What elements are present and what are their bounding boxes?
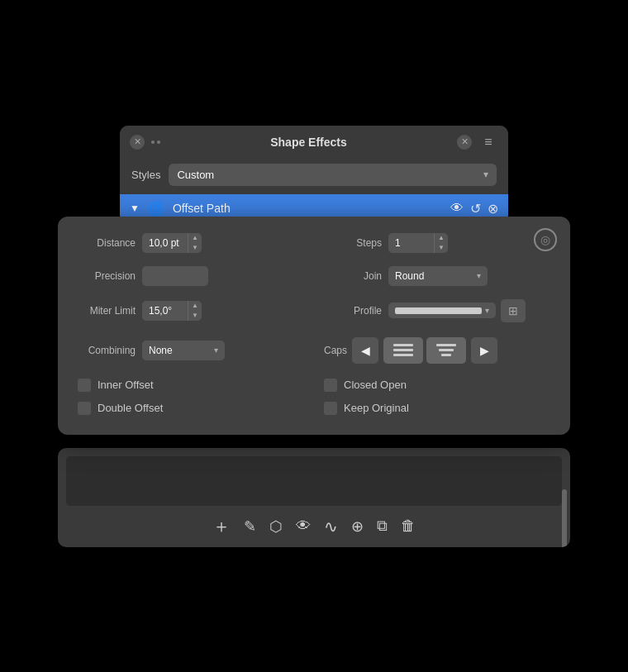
profile-settings-button[interactable]: ⊞ [501,299,526,322]
steps-down-arrow[interactable]: ▼ [435,243,448,253]
combining-label: Combining [78,345,136,356]
duplicate-icon: ⧉ [377,517,388,535]
steps-label: Steps [324,237,382,249]
double-offset-row: Double Offset [78,402,304,415]
caps-style-1-button[interactable] [383,337,423,364]
distance-stepper[interactable]: 10,0 pt ▲ ▼ [142,233,202,253]
profile-bar-input[interactable]: ▾ [388,303,496,318]
caps-style-2-button[interactable] [426,337,466,364]
keep-original-checkbox[interactable] [324,402,337,415]
menu-button[interactable]: ≡ [478,134,498,150]
edit-icon: ✎ [244,517,256,536]
distance-down-arrow[interactable]: ▼ [188,243,202,253]
miter-limit-field-row: Miter Limit 15,0° ▲ ▼ [78,299,304,322]
delete-icon: 🗑 [401,517,416,535]
steps-field-row: Steps 1 ▲ ▼ [324,233,550,253]
close-x-button[interactable]: ✕ [457,135,472,150]
precision-label: Precision [78,270,136,282]
styles-label: Styles [131,169,160,181]
close-button[interactable]: ✕ [130,135,145,150]
bottom-panel: ＋ ✎ ⬡ 👁 ∿ ⊕ ⧉ 🗑 [58,448,570,547]
caps-label: Caps [324,345,347,356]
closed-open-row: Closed Open [324,379,550,392]
miter-limit-arrows: ▲ ▼ [188,301,202,321]
styles-dropdown[interactable]: Custom ▾ [169,164,497,186]
cap-style-2-icon [436,344,456,356]
add-layer-icon: ⊕ [351,517,364,536]
closed-open-label: Closed Open [344,379,407,391]
keep-original-row: Keep Original [324,402,550,415]
toolbar: ＋ ✎ ⬡ 👁 ∿ ⊕ ⧉ 🗑 [58,506,570,547]
eye-toolbar-icon: 👁 [296,517,311,535]
remove-icon: ⊗ [488,202,498,216]
cap-style-1-icon [393,344,413,356]
combining-value: None [149,345,211,356]
distance-up-arrow[interactable]: ▲ [188,233,202,243]
panel-title: Shape Effects [167,136,450,149]
delete-button[interactable]: 🗑 [401,517,416,535]
checkboxes-section: Inner Offset Closed Open Double Offset K… [78,379,550,415]
inner-offset-checkbox[interactable] [78,379,91,392]
drag-handle [151,141,160,144]
precision-input[interactable]: 0,5 pt [142,266,208,286]
add-layer-button[interactable]: ⊕ [351,517,364,536]
distance-value: 10,0 pt [142,233,188,253]
distance-label: Distance [78,237,136,249]
menu-icon: ≡ [484,135,492,150]
inner-offset-label: Inner Offset [98,379,154,391]
join-dropdown[interactable]: Round ▾ [388,266,488,286]
combining-arrow-icon: ▾ [214,346,218,355]
distance-arrows: ▲ ▼ [188,233,202,253]
content-area [66,456,562,506]
profile-label: Profile [324,305,382,317]
miter-limit-stepper[interactable]: 15,0° ▲ ▼ [142,301,202,321]
nodes-icon: ⬡ [269,517,283,536]
caps-right-button[interactable]: ▶ [471,337,497,364]
profile-bar [395,307,482,314]
settings-panel: ◎ Distance 10,0 pt ▲ ▼ Steps 1 [58,217,570,435]
duplicate-button[interactable]: ⧉ [377,517,388,535]
visibility-toggle-button[interactable]: 👁 [450,201,464,216]
steps-up-arrow[interactable]: ▲ [435,233,448,243]
inner-offset-row: Inner Offset [78,379,304,392]
target-icon: ◎ [540,233,550,246]
caps-left-button[interactable]: ◀ [352,337,378,364]
target-button[interactable]: ◎ [534,228,557,251]
add-icon: ＋ [212,514,231,539]
join-value: Round [395,270,473,282]
profile-controls: ▾ ⊞ [388,299,526,322]
add-effect-button[interactable]: ＋ [212,514,231,539]
miter-limit-label: Miter Limit [78,305,136,317]
miter-limit-down-arrow[interactable]: ▼ [188,311,202,321]
expand-arrow-icon: ▼ [130,203,140,214]
keep-original-label: Keep Original [344,402,409,414]
remove-button[interactable]: ⊗ [488,201,498,217]
double-offset-checkbox[interactable] [78,402,91,415]
steps-value: 1 [388,233,434,253]
closed-open-checkbox[interactable] [324,379,337,392]
steps-stepper[interactable]: 1 ▲ ▼ [388,233,448,253]
curve-button[interactable]: ∿ [324,517,338,536]
scrollbar[interactable] [562,489,567,547]
sliders-icon: ⊞ [508,304,518,317]
join-label: Join [324,270,382,282]
combining-field-row: Combining None ▾ [78,337,304,364]
nodes-button[interactable]: ⬡ [269,517,283,536]
eye-icon: 👁 [450,201,464,215]
styles-value: Custom [177,169,214,181]
miter-limit-value: 15,0° [142,301,188,321]
profile-field-row: Profile ▾ ⊞ [324,299,550,322]
visibility-button[interactable]: 👁 [296,517,311,535]
edit-button[interactable]: ✎ [244,517,256,536]
caps-arrow-left-icon: ◀ [361,344,370,357]
curve-icon: ∿ [324,517,338,536]
double-offset-label: Double Offset [98,402,163,414]
miter-limit-up-arrow[interactable]: ▲ [188,301,202,311]
steps-arrows: ▲ ▼ [434,233,448,253]
caps-style-buttons [383,337,466,364]
reset-button[interactable]: ↺ [470,201,481,217]
offset-path-label: Offset Path [173,202,442,215]
combining-dropdown[interactable]: None ▾ [142,341,225,360]
profile-arrow-icon[interactable]: ▾ [485,306,489,315]
join-arrow-icon: ▾ [477,271,481,280]
